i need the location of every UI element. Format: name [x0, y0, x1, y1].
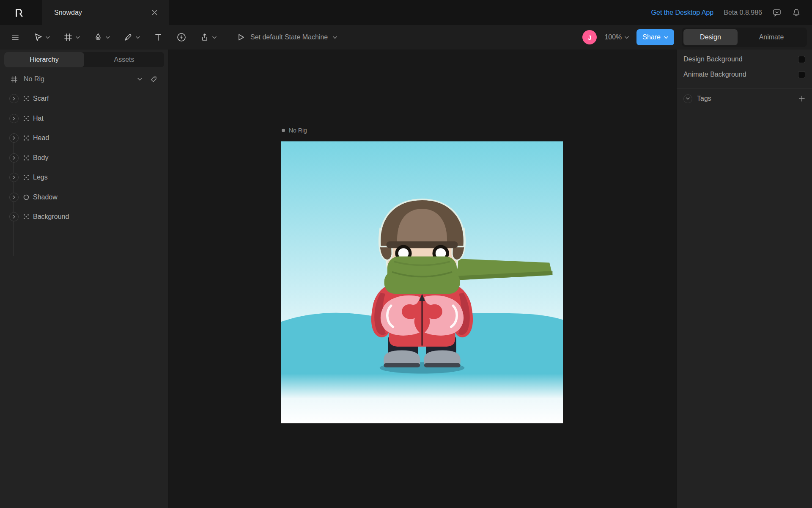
canvas[interactable]: No Rig [169, 50, 676, 508]
design-background-swatch[interactable] [798, 56, 805, 63]
chevron-down-icon [46, 36, 50, 39]
animate-background-swatch[interactable] [798, 71, 805, 78]
chevron-down-icon [106, 36, 110, 39]
tree-item-body[interactable]: Body [0, 148, 168, 168]
ellipse-icon [22, 193, 30, 201]
pencil-icon [123, 33, 133, 42]
expand-chevron-icon[interactable] [9, 153, 19, 163]
beta-version-label: Beta 0.8.986 [724, 9, 762, 17]
animate-mode-button[interactable]: Animate [738, 29, 805, 45]
expand-chevron-icon[interactable] [9, 193, 19, 202]
artboard-name[interactable]: No Rig [282, 127, 307, 134]
group-icon [22, 95, 30, 102]
design-background-label: Design Background [683, 55, 798, 63]
shape-tool-button[interactable] [123, 29, 140, 46]
group-icon [22, 115, 30, 122]
share-button[interactable]: Share [636, 29, 674, 45]
rive-editor-window: Snowday Get the Desktop App Beta 0.8.986 [0, 0, 812, 508]
tree-item-label: Head [33, 134, 49, 142]
tree-item-label: Scarf [33, 95, 49, 102]
snowday-illustration [281, 141, 563, 423]
hamburger-menu-icon [11, 33, 20, 42]
group-icon [22, 213, 30, 221]
chevron-down-icon [333, 36, 337, 39]
tags-section: Tags [677, 92, 812, 105]
hierarchy-panel: Hierarchy Assets No Rig Scarf [0, 50, 169, 508]
rig-selector-label: No Rig [24, 75, 168, 83]
chevron-down-icon [212, 36, 217, 39]
hierarchy-tree: Scarf Hat Head Body Legs Shadow [0, 89, 168, 227]
share-label: Share [642, 33, 661, 41]
tags-label: Tags [697, 95, 794, 102]
chevron-down-icon [664, 36, 668, 39]
tags-expand-chevron-icon[interactable] [683, 94, 692, 103]
export-tool-button[interactable] [200, 29, 217, 46]
text-tool-button[interactable] [154, 29, 163, 46]
tab-hierarchy[interactable]: Hierarchy [4, 52, 84, 67]
zoom-control[interactable]: 100% [604, 33, 629, 41]
inspector-panel: Design Background Animate Background Tag… [676, 50, 812, 508]
get-desktop-app-link[interactable]: Get the Desktop App [651, 9, 714, 17]
panel-tabs: Hierarchy Assets [4, 52, 164, 67]
tree-item-label: Shadow [33, 193, 58, 201]
expand-chevron-icon[interactable] [9, 212, 19, 221]
expand-chevron-icon[interactable] [9, 133, 19, 143]
close-tab-icon[interactable] [150, 8, 159, 17]
artboard-name-label: No Rig [289, 127, 307, 134]
tree-item-label: Body [33, 154, 48, 162]
chevron-down-icon[interactable] [137, 77, 142, 81]
tree-item-label: Hat [33, 115, 44, 122]
animate-background-row: Animate Background [677, 69, 812, 80]
tree-item-shadow[interactable]: Shadow [0, 188, 168, 207]
pen-ink-icon [93, 33, 103, 42]
lightning-circle-icon [176, 32, 187, 42]
expand-chevron-icon[interactable] [9, 173, 19, 182]
zoom-level: 100% [604, 33, 622, 41]
tree-item-label: Legs [33, 174, 48, 181]
tree-item-scarf[interactable]: Scarf [0, 89, 168, 109]
design-mode-button[interactable]: Design [683, 29, 738, 45]
feedback-chat-icon[interactable] [772, 8, 782, 17]
tools-group: Set default State Machine [0, 29, 337, 46]
rive-logo-icon[interactable] [0, 7, 37, 18]
main-menu-button[interactable] [11, 29, 20, 46]
select-tool-button[interactable] [33, 29, 50, 46]
divider [677, 88, 812, 89]
rig-selector[interactable]: No Rig [0, 70, 168, 88]
tree-item-label: Background [33, 213, 69, 221]
design-background-row: Design Background [677, 54, 812, 65]
pen-tool-button[interactable] [93, 29, 110, 46]
text-tool-icon [154, 33, 163, 42]
tree-item-head[interactable]: Head [0, 128, 168, 148]
file-tab[interactable]: Snowday [42, 0, 169, 25]
toolbar: Set default State Machine J 100% Share [0, 25, 812, 50]
artboard[interactable] [281, 141, 563, 423]
animate-background-label: Animate Background [683, 71, 798, 78]
tag-icon[interactable] [150, 75, 157, 83]
state-machine-selector[interactable]: Set default State Machine [236, 33, 337, 42]
chevron-down-icon [625, 36, 629, 39]
group-icon [22, 154, 30, 162]
expand-chevron-icon[interactable] [9, 94, 19, 103]
tab-assets[interactable]: Assets [84, 52, 164, 67]
toolbar-right: J 100% Share Design Animate [582, 28, 812, 47]
add-tag-plus-icon[interactable] [798, 95, 805, 102]
mode-switch: Design Animate [682, 28, 807, 47]
group-icon [22, 134, 30, 142]
artboard-icon [10, 75, 18, 83]
events-tool-button[interactable] [176, 29, 187, 46]
avatar[interactable]: J [582, 30, 597, 44]
artboard-dot-icon [282, 129, 285, 132]
topbar-right: Get the Desktop App Beta 0.8.986 [651, 8, 812, 17]
chevron-down-icon [76, 36, 80, 39]
group-icon [22, 174, 30, 181]
state-machine-label: Set default State Machine [250, 33, 328, 41]
artboard-tool-button[interactable] [63, 29, 80, 46]
notifications-bell-icon[interactable] [792, 8, 801, 17]
frame-icon [63, 33, 73, 42]
tree-item-background[interactable]: Background [0, 207, 168, 227]
expand-chevron-icon[interactable] [9, 114, 19, 123]
tree-item-hat[interactable]: Hat [0, 109, 168, 129]
tree-item-legs[interactable]: Legs [0, 168, 168, 188]
topbar: Snowday Get the Desktop App Beta 0.8.986 [0, 0, 812, 25]
